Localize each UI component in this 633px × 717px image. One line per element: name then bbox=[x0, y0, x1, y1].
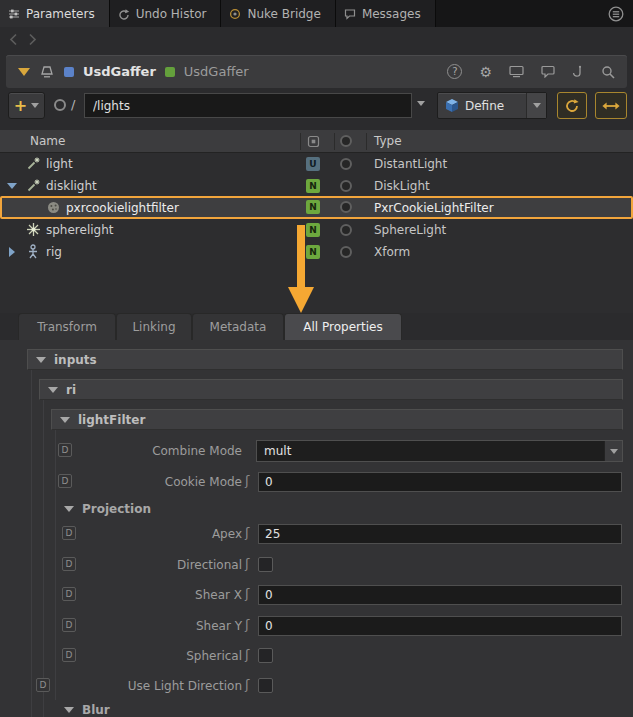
comment-icon[interactable] bbox=[541, 65, 555, 78]
param-row-directional: D Directional ʃ bbox=[0, 554, 633, 578]
presets-icon[interactable] bbox=[509, 65, 524, 78]
expander-right-icon[interactable] bbox=[9, 247, 15, 257]
cube-icon bbox=[445, 98, 459, 113]
visibility-toggle-icon[interactable] bbox=[340, 201, 352, 213]
path-dropdown-icon[interactable] bbox=[417, 101, 425, 106]
tab-label: Transform bbox=[37, 320, 97, 334]
expression-icon[interactable]: ʃ bbox=[245, 647, 249, 662]
param-row-shear-y: D Shear Y ʃ bbox=[0, 615, 633, 639]
tab-label: Messages bbox=[362, 7, 421, 21]
composition-badge[interactable]: N bbox=[306, 245, 320, 259]
visibility-toggle-icon[interactable] bbox=[340, 246, 352, 258]
tab-nuke-bridge[interactable]: Nuke Bridge bbox=[221, 0, 335, 27]
prim-name: spherelight bbox=[46, 223, 114, 237]
param-label: Combine Mode bbox=[20, 444, 242, 458]
shear-y-input[interactable] bbox=[258, 616, 622, 636]
group-label: ri bbox=[66, 383, 76, 397]
visibility-toggle-icon[interactable] bbox=[340, 180, 352, 192]
group-inputs[interactable]: inputs bbox=[27, 349, 623, 370]
spherical-checkbox[interactable] bbox=[258, 648, 273, 663]
nav-forward-button[interactable] bbox=[28, 33, 37, 46]
chevron-down-icon bbox=[31, 103, 39, 108]
subgroup-projection[interactable]: Projection bbox=[64, 502, 151, 516]
define-dropdown-cap[interactable] bbox=[526, 93, 546, 118]
group-ri[interactable]: ri bbox=[39, 379, 623, 400]
tree-row-disklight[interactable]: disklight N DiskLight bbox=[0, 175, 633, 197]
tab-parameters[interactable]: Parameters bbox=[0, 0, 110, 27]
subgroup-blur[interactable]: Blur bbox=[64, 703, 110, 717]
collapse-icon bbox=[36, 357, 46, 363]
hook-icon[interactable] bbox=[572, 65, 584, 79]
node-expander-icon[interactable] bbox=[18, 68, 30, 76]
tab-undo-history[interactable]: Undo Histor bbox=[110, 0, 222, 27]
prim-name: pxrcookielightfilter bbox=[66, 201, 179, 215]
expression-icon[interactable]: ʃ bbox=[245, 677, 249, 692]
expand-collapse-button[interactable] bbox=[595, 92, 627, 119]
composition-badge[interactable]: N bbox=[306, 223, 320, 237]
tab-transform[interactable]: Transform bbox=[18, 313, 116, 340]
visibility-column-icon[interactable] bbox=[340, 135, 352, 147]
nav-back-button[interactable] bbox=[9, 33, 18, 46]
directional-checkbox[interactable] bbox=[258, 557, 273, 572]
collapse-icon bbox=[64, 707, 74, 713]
search-icon[interactable] bbox=[601, 65, 615, 79]
expression-icon[interactable]: ʃ bbox=[245, 525, 249, 540]
subgroup-label: Projection bbox=[82, 502, 151, 516]
expression-icon[interactable]: ʃ bbox=[245, 473, 249, 488]
expression-icon[interactable]: ʃ bbox=[245, 617, 249, 632]
param-row-cookie-mode: D Cookie Mode ʃ bbox=[0, 471, 633, 495]
apex-input[interactable] bbox=[258, 524, 622, 544]
type-column-header[interactable]: Type bbox=[374, 134, 402, 148]
tab-metadata[interactable]: Metadata bbox=[192, 313, 284, 340]
expander-down-icon[interactable] bbox=[7, 183, 17, 189]
tree-row-pxrcookielightfilter[interactable]: pxrcookielightfilter N PxrCookieLightFil… bbox=[0, 196, 633, 219]
shear-x-input[interactable] bbox=[258, 585, 622, 605]
tree-row-light[interactable]: light U DistantLight bbox=[0, 153, 633, 175]
composition-badge[interactable]: N bbox=[306, 179, 320, 193]
scope-icon[interactable] bbox=[54, 99, 66, 111]
node-state-swatch bbox=[165, 67, 175, 77]
combine-mode-dropdown[interactable]: mult bbox=[256, 440, 623, 462]
prim-name: light bbox=[46, 157, 73, 171]
active-column-icon[interactable] bbox=[307, 135, 320, 148]
name-column-header[interactable]: Name bbox=[30, 134, 65, 148]
gaffer-node-icon bbox=[39, 65, 55, 79]
dropdown-value: mult bbox=[264, 444, 291, 458]
reload-button[interactable] bbox=[557, 92, 587, 119]
path-root-button[interactable]: / bbox=[71, 97, 75, 112]
prim-type: PxrCookieLightFilter bbox=[374, 201, 494, 215]
prim-type: DistantLight bbox=[374, 157, 447, 171]
visibility-toggle-icon[interactable] bbox=[340, 224, 352, 236]
tab-all-properties[interactable]: All Properties bbox=[284, 313, 402, 340]
tree-row-spherelight[interactable]: spherelight N SphereLight bbox=[0, 219, 633, 241]
add-prim-button[interactable]: + bbox=[8, 92, 45, 119]
tab-linking[interactable]: Linking bbox=[116, 313, 192, 340]
composition-badge[interactable]: U bbox=[306, 157, 320, 171]
tab-messages[interactable]: Messages bbox=[336, 0, 436, 27]
prim-path-input[interactable] bbox=[84, 93, 412, 118]
help-icon[interactable]: ? bbox=[447, 64, 462, 79]
node-name-label: UsdGaffer bbox=[184, 64, 249, 79]
use-light-direction-checkbox[interactable] bbox=[258, 678, 273, 693]
expression-icon[interactable]: ʃ bbox=[245, 556, 249, 571]
group-label: inputs bbox=[54, 353, 97, 367]
collapse-icon bbox=[48, 387, 58, 393]
composition-badge[interactable]: N bbox=[306, 200, 320, 214]
dropdown-cap[interactable] bbox=[604, 441, 622, 461]
node-type-label: UsdGaffer bbox=[83, 64, 156, 79]
param-label: Shear Y bbox=[20, 619, 242, 633]
define-dropdown[interactable]: Define bbox=[437, 92, 547, 119]
tree-row-rig[interactable]: rig N Xform bbox=[0, 241, 633, 263]
param-row-combine-mode: D Combine Mode mult bbox=[0, 440, 633, 464]
param-label: Directional bbox=[20, 558, 242, 572]
sphere-light-icon bbox=[26, 222, 41, 237]
visibility-toggle-icon[interactable] bbox=[340, 158, 352, 170]
cookie-mode-input[interactable] bbox=[258, 472, 622, 492]
group-lightfilter[interactable]: lightFilter bbox=[51, 409, 623, 430]
gear-icon[interactable]: ⚙ bbox=[479, 65, 492, 79]
prim-type: DiskLight bbox=[374, 179, 430, 193]
param-label: Use Light Direction bbox=[20, 679, 242, 693]
panel-menu-icon[interactable] bbox=[608, 6, 624, 22]
expression-icon[interactable]: ʃ bbox=[245, 586, 249, 601]
param-label: Apex bbox=[20, 527, 242, 541]
